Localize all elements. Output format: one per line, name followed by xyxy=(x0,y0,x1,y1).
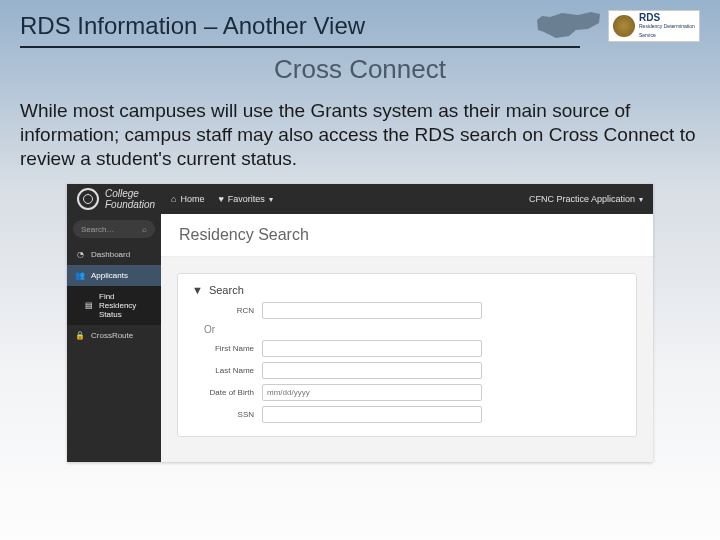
heart-icon: ♥ xyxy=(218,194,223,204)
doc-icon: ▤ xyxy=(85,301,93,310)
nav-favorites-label: Favorites xyxy=(228,194,265,204)
brand: College Foundation xyxy=(77,188,161,210)
header-row: RDS Information – Another View RDS Resid… xyxy=(20,10,700,42)
nav-app-selector[interactable]: CFNC Practice Application ▾ xyxy=(529,194,643,204)
users-icon: 👥 xyxy=(75,271,85,280)
or-divider: Or xyxy=(204,324,622,335)
sidebar-search-placeholder: Search… xyxy=(81,225,114,234)
ssn-label: SSN xyxy=(192,410,262,419)
last-name-label: Last Name xyxy=(192,366,262,375)
sidebar-item-label: Applicants xyxy=(91,271,128,280)
rds-logo-primary: RDS xyxy=(639,12,660,23)
search-panel: ▼ Search RCN Or First Name Last Name xyxy=(177,273,637,437)
row-rcn: RCN xyxy=(192,302,622,319)
nc-state-icon xyxy=(536,10,602,42)
first-name-input[interactable] xyxy=(262,340,482,357)
nav-app-label: CFNC Practice Application xyxy=(529,194,635,204)
row-ssn: SSN xyxy=(192,406,622,423)
brand-line1: College xyxy=(105,188,155,199)
home-icon: ⌂ xyxy=(171,194,176,204)
dob-input[interactable] xyxy=(262,384,482,401)
brand-swirl-icon xyxy=(77,188,99,210)
last-name-input[interactable] xyxy=(262,362,482,379)
dob-label: Date of Birth xyxy=(192,388,262,397)
sidebar-item-dashboard[interactable]: ◔ Dashboard xyxy=(67,244,161,265)
sidebar-item-applicants[interactable]: 👥 Applicants xyxy=(67,265,161,286)
topnav: ⌂ Home ♥ Favorites ▾ xyxy=(171,194,273,204)
nav-home[interactable]: ⌂ Home xyxy=(171,194,204,204)
slide: RDS Information – Another View RDS Resid… xyxy=(0,0,720,540)
search-icon: ⌕ xyxy=(142,225,147,234)
panel-title-row: ▼ Search xyxy=(192,284,622,296)
row-first-name: First Name xyxy=(192,340,622,357)
sidebar-search[interactable]: Search… ⌕ xyxy=(73,220,155,238)
panel-title: Search xyxy=(209,284,244,296)
nav-favorites[interactable]: ♥ Favorites ▾ xyxy=(218,194,272,204)
row-dob: Date of Birth xyxy=(192,384,622,401)
header-right: RDS Residency Determination Service xyxy=(536,10,700,42)
rds-logo-secondary: Residency Determination Service xyxy=(639,22,695,40)
sidebar-item-label: Dashboard xyxy=(91,250,130,259)
header-divider xyxy=(20,46,580,48)
sidebar: Search… ⌕ ◔ Dashboard 👥 Applicants ▤ Fin… xyxy=(67,214,161,462)
rcn-label: RCN xyxy=(192,306,262,315)
nav-home-label: Home xyxy=(180,194,204,204)
lock-icon: 🔒 xyxy=(75,331,85,340)
chevron-down-icon: ▾ xyxy=(269,195,273,204)
gauge-icon: ◔ xyxy=(75,250,85,259)
rds-logo: RDS Residency Determination Service xyxy=(608,10,700,42)
brand-line2: Foundation xyxy=(105,199,155,210)
sidebar-item-label: Find Residency Status xyxy=(99,292,153,319)
sidebar-item-find-residency[interactable]: ▤ Find Residency Status xyxy=(67,286,161,325)
seal-icon xyxy=(613,15,635,37)
ssn-input[interactable] xyxy=(262,406,482,423)
main-title: Residency Search xyxy=(161,214,653,257)
sidebar-item-label: CrossRoute xyxy=(91,331,133,340)
page-title: RDS Information – Another View xyxy=(20,12,365,40)
app-body: Search… ⌕ ◔ Dashboard 👥 Applicants ▤ Fin… xyxy=(67,214,653,462)
filter-icon: ▼ xyxy=(192,284,203,296)
subtitle: Cross Connect xyxy=(20,54,700,85)
rds-logo-text: RDS Residency Determination Service xyxy=(639,13,695,40)
body-text: While most campuses will use the Grants … xyxy=(20,99,700,170)
topbar: College Foundation ⌂ Home ♥ Favorites ▾ … xyxy=(67,184,653,214)
brand-text: College Foundation xyxy=(105,188,155,210)
row-last-name: Last Name xyxy=(192,362,622,379)
first-name-label: First Name xyxy=(192,344,262,353)
main-area: Residency Search ▼ Search RCN Or First N… xyxy=(161,214,653,462)
sidebar-item-crossroute[interactable]: 🔒 CrossRoute xyxy=(67,325,161,346)
chevron-down-icon: ▾ xyxy=(639,195,643,204)
app-screenshot: College Foundation ⌂ Home ♥ Favorites ▾ … xyxy=(67,184,653,462)
rcn-input[interactable] xyxy=(262,302,482,319)
